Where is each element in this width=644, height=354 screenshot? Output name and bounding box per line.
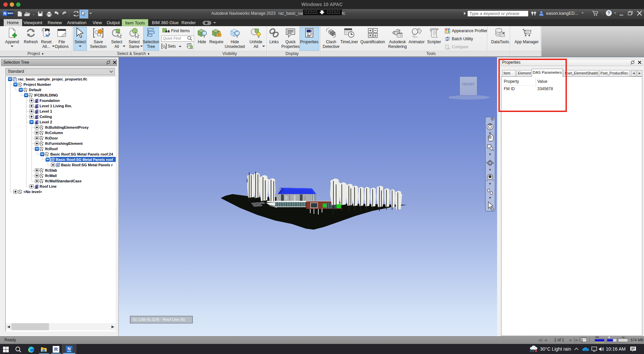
svg-text:2: 2 [448, 36, 450, 39]
svg-text:1: 1 [445, 39, 447, 42]
